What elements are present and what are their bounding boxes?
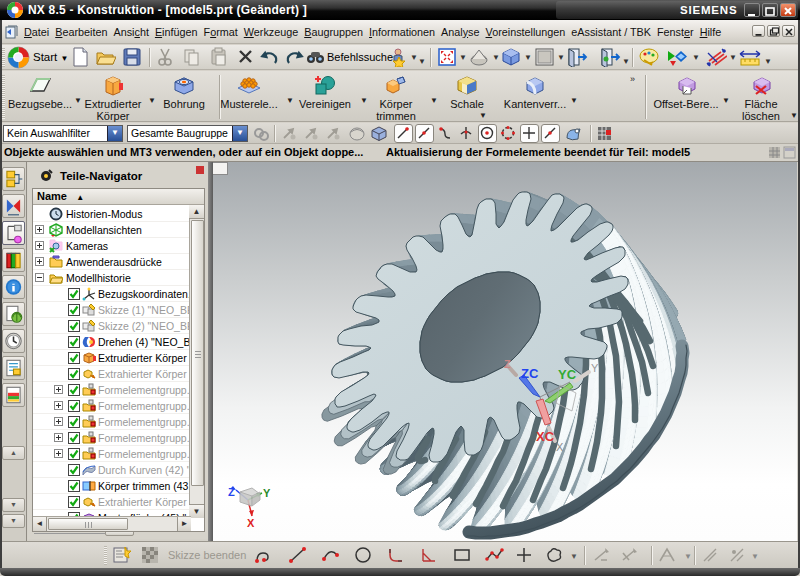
svg-text:X: X [556, 441, 564, 453]
svg-text:X: X [247, 517, 255, 529]
svg-text:Y: Y [591, 362, 599, 374]
svg-text:XC: XC [536, 429, 555, 444]
svg-text:YC: YC [558, 367, 577, 382]
svg-text:Y: Y [263, 487, 271, 499]
svg-text:ZC: ZC [521, 366, 539, 381]
svg-text:Z: Z [504, 358, 511, 370]
svg-text:Z: Z [228, 486, 235, 498]
